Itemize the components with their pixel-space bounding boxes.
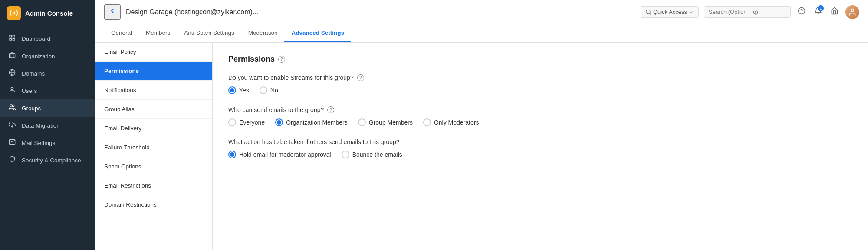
- main-area: Design Garage (hostingcon@zylker.com)...…: [95, 0, 868, 250]
- svg-rect-2: [13, 35, 15, 37]
- streams-yes-option[interactable]: Yes: [228, 86, 249, 94]
- streams-help-icon[interactable]: ?: [357, 74, 364, 81]
- send-emails-help-icon[interactable]: ?: [327, 106, 334, 113]
- action-radio-group: Hold email for moderator approval Bounce…: [228, 151, 852, 158]
- only-moderators-radio[interactable]: [423, 118, 431, 126]
- streams-no-label: No: [270, 87, 278, 94]
- avatar[interactable]: [845, 5, 859, 19]
- hold-email-label: Hold email for moderator approval: [239, 151, 331, 158]
- sidebar-logo-text: Admin Console: [25, 10, 73, 17]
- streams-no-radio[interactable]: [260, 86, 267, 94]
- left-panel-failure-threshold[interactable]: Failure Threshold: [95, 138, 212, 157]
- svg-point-9: [10, 105, 12, 107]
- header-right: Quick Access 1: [641, 5, 859, 19]
- left-panel-domain-restrictions[interactable]: Domain Restrictions: [95, 195, 212, 214]
- sidebar-item-security-compliance-label: Security & Compliance: [22, 157, 81, 164]
- right-panel: Permissions ? Do you want to enable Stre…: [213, 43, 868, 250]
- tab-anti-spam[interactable]: Anti-Spam Settings: [177, 24, 241, 42]
- organization-icon: [8, 52, 16, 60]
- everyone-label: Everyone: [239, 119, 265, 126]
- left-panel-email-delivery[interactable]: Email Delivery: [95, 119, 212, 138]
- sidebar-item-security-compliance[interactable]: Security & Compliance: [0, 151, 95, 169]
- sidebar-item-groups-label: Groups: [22, 105, 41, 112]
- org-members-radio[interactable]: [275, 118, 283, 126]
- quick-access-label: Quick Access: [653, 9, 687, 15]
- streams-radio-group: Yes No: [228, 86, 852, 94]
- permissions-help-icon[interactable]: ?: [278, 56, 285, 63]
- send-emails-radio-group: Everyone Organization Members Group Memb…: [228, 118, 852, 126]
- page-title: Design Garage (hostingcon@zylker.com)...: [126, 8, 635, 16]
- sidebar-item-organization-label: Organization: [22, 53, 55, 59]
- tab-members[interactable]: Members: [139, 24, 177, 42]
- mail-settings-icon: [8, 138, 16, 147]
- left-panel-permissions[interactable]: Permissions: [95, 62, 212, 81]
- search-input[interactable]: [704, 6, 791, 18]
- svg-rect-4: [13, 38, 15, 40]
- org-members-option[interactable]: Organization Members: [275, 118, 348, 126]
- streams-yes-radio[interactable]: [228, 86, 236, 94]
- svg-rect-3: [10, 38, 12, 40]
- notifications-button[interactable]: 1: [812, 5, 824, 19]
- domains-icon: [8, 69, 16, 78]
- svg-point-11: [646, 10, 650, 13]
- sidebar-item-users[interactable]: Users: [0, 82, 95, 99]
- tabs-bar: General Members Anti-Spam Settings Moder…: [95, 24, 868, 43]
- sidebar-item-domains-label: Domains: [22, 70, 45, 77]
- dashboard-icon: [8, 34, 16, 43]
- svg-point-8: [11, 87, 13, 89]
- streams-no-option[interactable]: No: [260, 86, 278, 94]
- sidebar-item-organization[interactable]: Organization: [0, 47, 95, 65]
- sidebar-item-data-migration-label: Data Migration: [22, 122, 60, 129]
- everyone-option[interactable]: Everyone: [228, 118, 265, 126]
- bounce-email-radio[interactable]: [342, 151, 349, 158]
- sidebar-item-domains[interactable]: Domains: [0, 65, 95, 82]
- section-title: Permissions ?: [228, 55, 852, 64]
- bounce-email-option[interactable]: Bounce the emails: [342, 151, 402, 158]
- left-panel-group-alias[interactable]: Group Alias: [95, 100, 212, 119]
- group-members-option[interactable]: Group Members: [358, 118, 413, 126]
- sidebar-item-dashboard[interactable]: Dashboard: [0, 30, 95, 47]
- help-button[interactable]: [796, 5, 807, 19]
- only-moderators-label: Only Moderators: [434, 119, 479, 126]
- sidebar-item-data-migration[interactable]: Data Migration: [0, 117, 95, 134]
- sidebar-item-mail-settings-label: Mail Settings: [22, 140, 55, 146]
- question-streams-text: Do you want to enable Streams for this g…: [228, 74, 852, 81]
- sidebar-item-dashboard-label: Dashboard: [22, 36, 50, 42]
- home-button[interactable]: [829, 5, 840, 19]
- group-members-radio[interactable]: [358, 118, 366, 126]
- tab-general[interactable]: General: [104, 24, 139, 42]
- svg-rect-5: [9, 54, 15, 58]
- tab-advanced-settings[interactable]: Advanced Settings: [284, 24, 351, 42]
- left-panel-email-policy[interactable]: Email Policy: [95, 43, 212, 62]
- users-icon: [8, 86, 16, 95]
- svg-point-15: [851, 9, 854, 12]
- left-panel-email-restrictions[interactable]: Email Restrictions: [95, 176, 212, 195]
- quick-access-button[interactable]: Quick Access: [641, 6, 699, 18]
- svg-line-12: [650, 13, 651, 14]
- hold-email-option[interactable]: Hold email for moderator approval: [228, 151, 331, 158]
- question-send-emails-text: Who can send emails to the group? ?: [228, 106, 852, 113]
- left-panel-notifications[interactable]: Notifications: [95, 81, 212, 100]
- groups-icon: [8, 104, 16, 112]
- svg-point-0: [13, 12, 15, 14]
- group-members-label: Group Members: [369, 119, 413, 126]
- question-action-text: What action has to be taken if others se…: [228, 138, 852, 145]
- notification-badge: 1: [818, 5, 824, 11]
- everyone-radio[interactable]: [228, 118, 236, 126]
- hold-email-radio[interactable]: [228, 151, 236, 158]
- only-moderators-option[interactable]: Only Moderators: [423, 118, 479, 126]
- left-panel-spam-options[interactable]: Spam Options: [95, 157, 212, 176]
- sidebar-item-mail-settings[interactable]: Mail Settings: [0, 134, 95, 151]
- bounce-email-label: Bounce the emails: [352, 151, 402, 158]
- back-button[interactable]: [104, 4, 121, 20]
- security-compliance-icon: [8, 156, 16, 164]
- sidebar-item-groups[interactable]: Groups: [0, 99, 95, 117]
- top-header: Design Garage (hostingcon@zylker.com)...…: [95, 0, 868, 24]
- tab-moderation[interactable]: Moderation: [241, 24, 285, 42]
- sidebar-navigation: Dashboard Organization Domains Users Gro…: [0, 26, 95, 250]
- sidebar: Admin Console Dashboard Organization Dom…: [0, 0, 95, 250]
- org-members-label: Organization Members: [286, 119, 348, 126]
- question-streams: Do you want to enable Streams for this g…: [228, 74, 852, 94]
- sidebar-logo: Admin Console: [0, 0, 95, 26]
- left-panel: Email Policy Permissions Notifications G…: [95, 43, 213, 250]
